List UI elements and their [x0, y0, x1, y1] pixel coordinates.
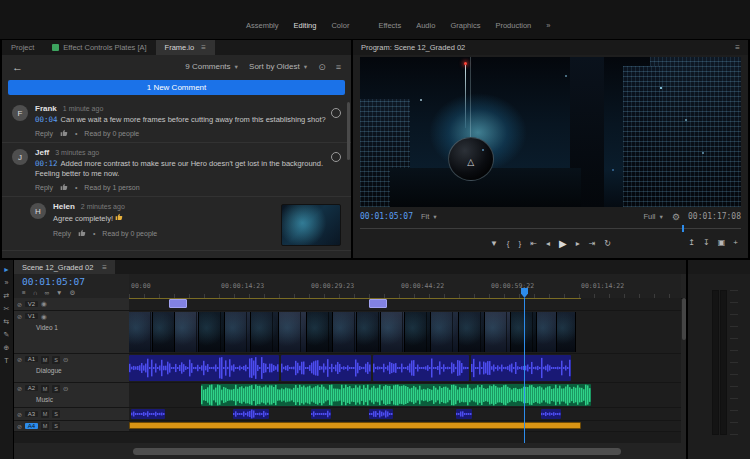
video-clip[interactable] — [431, 312, 459, 352]
audio-clip[interactable] — [201, 384, 591, 406]
source-badge-a3[interactable]: A3 — [25, 411, 38, 417]
track-lock-icon[interactable]: ⊘ — [17, 411, 22, 418]
program-timecode[interactable]: 00:01:05:07 — [360, 212, 413, 221]
like-button[interactable] — [60, 129, 68, 138]
back-arrow-icon[interactable]: ← — [12, 61, 23, 73]
hand-tool[interactable]: ⊕ — [4, 344, 10, 351]
workspace-tab-tab[interactable]: » — [546, 21, 550, 30]
play-icon[interactable]: ▶ — [559, 238, 567, 249]
mark-out-icon[interactable]: } — [519, 239, 522, 248]
mute-button[interactable]: M — [41, 356, 49, 364]
step-forward-icon[interactable]: ▸ — [576, 239, 580, 248]
selection-tool[interactable]: ► — [3, 266, 10, 273]
like-button[interactable] — [78, 229, 86, 238]
video-clip[interactable] — [485, 312, 511, 352]
timeline-settings-icon[interactable]: ⚙ — [70, 289, 76, 297]
audio-clip[interactable] — [131, 409, 165, 419]
track-select-forward-tool[interactable]: » — [5, 279, 9, 286]
zoom-level-dropdown[interactable]: Fit ▼ — [421, 212, 438, 221]
go-to-in-icon[interactable]: ⇤ — [530, 239, 537, 248]
mute-button[interactable]: M — [41, 422, 49, 430]
video-clip[interactable] — [129, 312, 153, 352]
video-clip[interactable] — [307, 312, 333, 352]
extract-icon[interactable]: ↧ — [703, 238, 710, 247]
video-clip[interactable] — [251, 312, 279, 352]
timeline-horizontal-scrollbar[interactable] — [133, 448, 621, 455]
workspace-tab-production[interactable]: Production — [495, 21, 531, 30]
graphic-clip[interactable] — [169, 299, 187, 308]
workspace-tab-effects[interactable]: Effects — [378, 21, 401, 30]
audio-clip[interactable] — [129, 355, 279, 381]
solo-button[interactable]: S — [52, 422, 60, 430]
time-ruler[interactable]: 00:0000:00:14:2300:00:29:2300:00:44:2200… — [129, 274, 681, 298]
ripple-edit-tool[interactable]: ⇄ — [4, 292, 10, 299]
razor-tool[interactable]: ✂ — [4, 305, 10, 312]
workspace-tab-editing[interactable]: Editing — [294, 21, 317, 30]
video-clip[interactable] — [459, 312, 485, 352]
like-button[interactable] — [60, 183, 68, 192]
track-lock-icon[interactable]: ⊘ — [17, 313, 22, 320]
panel-tab-project[interactable]: Project — [2, 40, 43, 55]
sort-dropdown[interactable]: Sort by Oldest ▼ — [249, 62, 308, 71]
scrub-playhead[interactable] — [682, 225, 684, 232]
video-clip[interactable] — [225, 312, 251, 352]
lift-icon[interactable]: ↥ — [688, 238, 695, 247]
video-clip[interactable] — [199, 312, 225, 352]
panel-menu-icon[interactable]: ≡ — [336, 62, 341, 72]
solo-button[interactable]: S — [52, 410, 60, 418]
panel-tab-effect-controls-plates-a[interactable]: Effect Controls Plates [A] — [43, 40, 155, 55]
reply-button[interactable]: Reply — [35, 184, 53, 191]
program-tab-label[interactable]: Program: Scene 12_Graded 02 — [361, 43, 465, 52]
video-clip[interactable] — [279, 312, 307, 352]
audio-clip[interactable] — [233, 409, 269, 419]
video-clip[interactable] — [333, 312, 357, 352]
source-badge-v1[interactable]: V1 — [25, 313, 38, 319]
reply-button[interactable]: Reply — [53, 230, 71, 237]
audio-clip[interactable] — [471, 355, 571, 381]
track-lock-icon[interactable]: ⊘ — [17, 385, 22, 392]
pen-tool[interactable]: ✎ — [4, 331, 10, 338]
add-marker-icon[interactable]: ▼ — [490, 239, 498, 248]
playback-resolution-dropdown[interactable]: Full ▼ — [643, 212, 664, 221]
video-clip[interactable] — [557, 312, 576, 352]
comment-timecode-link[interactable]: 00:04 — [35, 115, 58, 124]
step-back-icon[interactable]: ◂ — [546, 239, 550, 248]
video-clip[interactable] — [357, 312, 381, 352]
panel-menu-icon[interactable]: ≡ — [735, 43, 740, 52]
reply-button[interactable]: Reply — [35, 130, 53, 137]
workspace-tab-graphics[interactable]: Graphics — [450, 21, 480, 30]
sequence-menu-icon[interactable]: ≡ — [22, 289, 26, 297]
mark-in-icon[interactable]: { — [507, 239, 510, 248]
panel-tab-frame-io[interactable]: Frame.io≡ — [156, 40, 215, 55]
add-marker-icon[interactable]: ▼ — [56, 289, 62, 297]
video-clip[interactable] — [381, 312, 405, 352]
video-preview[interactable]: △ — [360, 57, 741, 207]
solo-button[interactable]: S — [52, 356, 60, 364]
source-badge-a1[interactable]: A1 — [25, 356, 38, 362]
audio-clip[interactable] — [373, 355, 469, 381]
timeline-playhead[interactable] — [524, 298, 525, 443]
workspace-tab-audio[interactable]: Audio — [416, 21, 435, 30]
audio-clip-collapsed[interactable] — [129, 422, 581, 429]
button-editor-icon[interactable]: + — [733, 238, 738, 247]
panel-menu-icon[interactable]: ≡ — [201, 43, 206, 52]
new-comment-banner[interactable]: 1 New Comment — [8, 80, 345, 95]
comment-thumbnail[interactable] — [281, 204, 341, 246]
type-tool[interactable]: T — [4, 357, 8, 364]
source-badge-a4[interactable]: A4 — [25, 423, 38, 429]
mute-button[interactable]: M — [41, 410, 49, 418]
source-badge-v2[interactable]: V2 — [25, 301, 38, 307]
mic-icon[interactable]: ⊙ — [63, 356, 68, 364]
solo-button[interactable]: S — [52, 385, 60, 393]
filter-icon[interactable]: ⊙ — [318, 62, 326, 72]
slip-tool[interactable]: ⇆ — [4, 318, 10, 325]
mute-button[interactable]: M — [41, 385, 49, 393]
go-to-out-icon[interactable]: ⇥ — [589, 239, 596, 248]
workspace-tab-assembly[interactable]: Assembly — [246, 21, 279, 30]
track-lock-icon[interactable]: ⊘ — [17, 301, 22, 308]
video-clip[interactable] — [405, 312, 431, 352]
audio-clip[interactable] — [456, 409, 472, 419]
audio-clip[interactable] — [281, 355, 371, 381]
track-lock-icon[interactable]: ⊘ — [17, 423, 22, 430]
snap-icon[interactable]: ∩ — [33, 289, 38, 297]
